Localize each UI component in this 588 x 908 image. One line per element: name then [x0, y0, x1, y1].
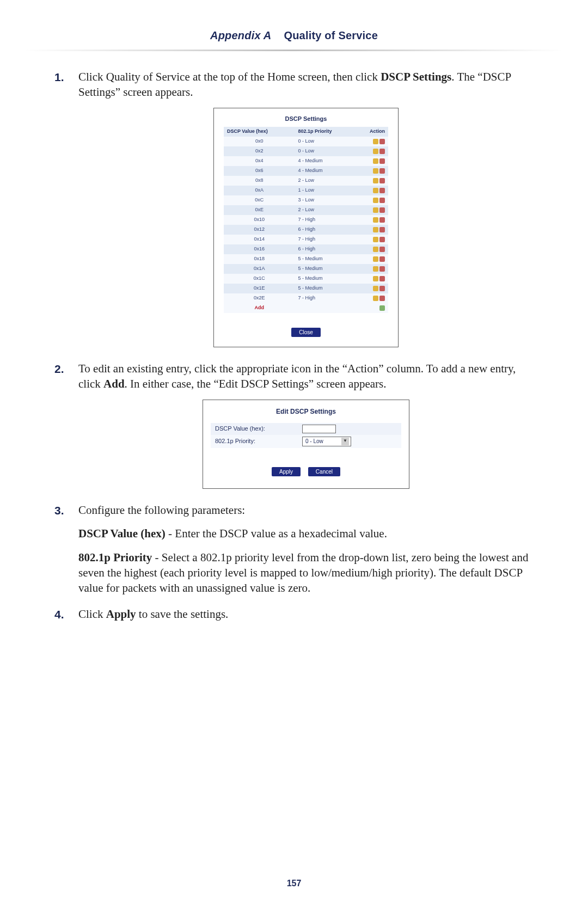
delete-icon[interactable] [379, 227, 385, 232]
delete-icon[interactable] [379, 266, 385, 272]
edit-icon[interactable] [373, 286, 378, 291]
edit-icon[interactable] [373, 217, 378, 223]
dscp-priority-cell: 6 - High [295, 244, 356, 254]
header-divider [24, 50, 564, 51]
delete-icon[interactable] [379, 256, 385, 262]
table-row: 0x1C5 - Medium [224, 274, 388, 284]
dscp-priority-cell: 2 - Low [295, 176, 356, 186]
header-title: Quality of Service [284, 29, 378, 41]
table-row: 0x147 - High [224, 235, 388, 244]
delete-icon[interactable] [379, 149, 385, 154]
delete-icon[interactable] [379, 217, 385, 223]
dscp-priority-cell: 3 - Low [295, 195, 356, 205]
edit-icon[interactable] [373, 247, 378, 252]
edit-icon[interactable] [373, 158, 378, 164]
dscp-settings-table: DSCP Value (hex) 802.1p Priority Action … [224, 127, 388, 312]
dscp-value-cell: 0x12 [224, 225, 295, 235]
dscp-priority-cell: 5 - Medium [295, 254, 356, 264]
delete-icon[interactable] [379, 168, 385, 174]
edit-icon[interactable] [373, 256, 378, 262]
dscp-priority-cell: 2 - Low [295, 205, 356, 215]
edit-icon[interactable] [373, 227, 378, 232]
edit-icon[interactable] [373, 149, 378, 154]
dscp-action-cell [356, 274, 388, 284]
delete-icon[interactable] [379, 296, 385, 301]
edit-icon[interactable] [373, 139, 378, 144]
table-row: 0x166 - High [224, 244, 388, 254]
delete-icon[interactable] [379, 286, 385, 291]
priority-select-value: 0 - Low [305, 438, 323, 445]
edit-row-priority: 802.1p Priority: 0 - Low ▼ [211, 435, 401, 448]
dscp-add-link[interactable]: Add [255, 305, 265, 310]
priority-label: 802.1p Priority: [215, 437, 302, 445]
dscp-action-cell [356, 166, 388, 176]
dscp-priority-cell: 0 - Low [295, 146, 356, 156]
delete-icon[interactable] [379, 198, 385, 203]
table-row: 0x44 - Medium [224, 156, 388, 166]
step-2-text: To edit an existing entry, click the app… [78, 362, 516, 390]
dscp-priority-cell: 5 - Medium [295, 284, 356, 293]
dscp-action-cell [356, 156, 388, 166]
page-number: 157 [0, 879, 588, 888]
cancel-button[interactable]: Cancel [308, 467, 340, 476]
delete-icon[interactable] [379, 247, 385, 252]
delete-icon[interactable] [379, 178, 385, 183]
dscp-value-cell: 0x16 [224, 244, 295, 254]
step-2: To edit an existing entry, click the app… [54, 361, 534, 489]
dscp-priority-cell: 0 - Low [295, 137, 356, 146]
dscp-value-cell: 0x2 [224, 146, 295, 156]
dscp-action-cell [356, 254, 388, 264]
step-4-text: Click Apply to save the settings. [78, 608, 228, 621]
step-3: Configure the following parameters: DSCP… [54, 503, 534, 597]
param-dscp-value: DSCP Value (hex) - Enter the DSCP value … [78, 526, 534, 542]
dscp-action-cell [356, 215, 388, 225]
dscp-settings-title: DSCP Settings [224, 114, 388, 127]
dscp-action-cell [356, 205, 388, 215]
dscp-value-cell: 0x1E [224, 284, 295, 293]
delete-icon[interactable] [379, 139, 385, 144]
close-button[interactable]: Close [291, 328, 321, 337]
edit-icon[interactable] [373, 188, 378, 193]
priority-select[interactable]: 0 - Low ▼ [302, 437, 351, 446]
dscp-priority-cell: 1 - Low [295, 186, 356, 195]
edit-icon[interactable] [373, 237, 378, 242]
apply-button[interactable]: Apply [272, 467, 301, 476]
chevron-down-icon: ▼ [341, 438, 349, 445]
page-header: Appendix A Quality of Service [54, 29, 534, 42]
edit-dscp-settings-panel: Edit DSCP Settings DSCP Value (hex): 802… [203, 400, 409, 489]
table-row: 0x82 - Low [224, 176, 388, 186]
param-priority: 802.1p Priority - Select a 802.1p priori… [78, 550, 534, 596]
dscp-action-cell [356, 293, 388, 303]
table-row: 0x1E5 - Medium [224, 284, 388, 293]
dscp-priority-cell: 5 - Medium [295, 264, 356, 274]
edit-icon[interactable] [373, 207, 378, 213]
dscp-priority-cell: 7 - High [295, 235, 356, 244]
dscp-value-cell: 0x18 [224, 254, 295, 264]
edit-icon[interactable] [373, 266, 378, 272]
header-appendix: Appendix A [210, 29, 271, 41]
dscp-value-input[interactable] [302, 425, 336, 433]
dscp-value-cell: 0xE [224, 205, 295, 215]
delete-icon[interactable] [379, 188, 385, 193]
delete-icon[interactable] [379, 276, 385, 281]
dscp-settings-panel: DSCP Settings DSCP Value (hex) 802.1p Pr… [213, 108, 399, 347]
table-row: 0x00 - Low [224, 137, 388, 146]
edit-row-dscp-value: DSCP Value (hex): [211, 423, 401, 435]
dscp-priority-cell: 7 - High [295, 215, 356, 225]
table-row: 0xC3 - Low [224, 195, 388, 205]
add-icon[interactable] [379, 305, 385, 311]
delete-icon[interactable] [379, 158, 385, 164]
dscp-value-cell: 0xA [224, 186, 295, 195]
edit-icon[interactable] [373, 296, 378, 301]
dscp-priority-cell: 6 - High [295, 225, 356, 235]
dscp-action-cell [356, 186, 388, 195]
dscp-value-cell: 0x1C [224, 274, 295, 284]
dscp-col-value: DSCP Value (hex) [224, 127, 295, 137]
delete-icon[interactable] [379, 237, 385, 242]
edit-icon[interactable] [373, 168, 378, 174]
delete-icon[interactable] [379, 207, 385, 213]
edit-icon[interactable] [373, 276, 378, 281]
edit-icon[interactable] [373, 198, 378, 203]
edit-icon[interactable] [373, 178, 378, 183]
dscp-action-cell [356, 225, 388, 235]
